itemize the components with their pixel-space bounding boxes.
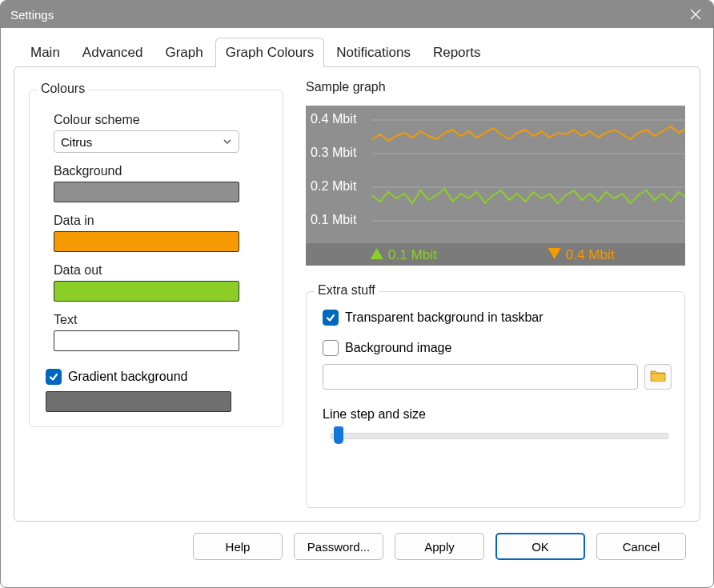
transparent-label: Transparent background in taskbar <box>345 310 544 325</box>
extra-group: Extra stuff Transparent background in ta… <box>306 291 685 508</box>
cancel-button[interactable]: Cancel <box>596 533 686 560</box>
extra-legend: Extra stuff <box>315 283 379 298</box>
slider-track <box>331 433 668 439</box>
bgimage-label: Background image <box>345 341 451 355</box>
text-swatch[interactable] <box>54 330 239 351</box>
tab-notifications[interactable]: Notifications <box>326 38 421 67</box>
data-in-label: Data in <box>54 214 270 228</box>
dialog-body: Main Advanced Graph Graph Colours Notifi… <box>1 28 713 587</box>
apply-button[interactable]: Apply <box>395 533 484 560</box>
sample-graph-title: Sample graph <box>306 80 685 94</box>
line-step-slider[interactable] <box>323 426 668 446</box>
data-in-swatch[interactable] <box>54 231 239 252</box>
close-icon[interactable] <box>688 6 704 22</box>
text-label: Text <box>54 313 270 327</box>
svg-rect-9 <box>306 243 685 266</box>
tab-advanced[interactable]: Advanced <box>72 38 154 67</box>
line-step-label: Line step and size <box>323 407 672 422</box>
bgimage-checkbox[interactable] <box>323 340 339 356</box>
tab-reports[interactable]: Reports <box>423 38 491 67</box>
svg-text:0.1 Mbit: 0.1 Mbit <box>311 212 357 226</box>
svg-text:0.1 Mbit: 0.1 Mbit <box>388 247 437 262</box>
colour-scheme-select[interactable]: Citrus <box>54 130 239 153</box>
slider-thumb[interactable] <box>334 426 343 444</box>
right-column: Sample graph 0.4 Mbit 0.3 Mbit 0.2 Mbit … <box>306 80 685 508</box>
tab-graph[interactable]: Graph <box>154 38 213 67</box>
gradient-label: Gradient background <box>68 370 187 384</box>
tab-panel: Colours Colour scheme Citrus Background <box>14 66 700 522</box>
tab-main[interactable]: Main <box>20 38 70 67</box>
colour-scheme-value: Citrus <box>61 135 92 149</box>
settings-window: Settings Main Advanced Graph Graph Colou… <box>0 0 714 588</box>
colours-column: Colours Colour scheme Citrus Background <box>29 80 283 508</box>
folder-icon <box>650 369 666 385</box>
tab-graph-colours[interactable]: Graph Colours <box>215 38 325 67</box>
svg-text:0.3 Mbit: 0.3 Mbit <box>311 145 357 159</box>
data-out-swatch[interactable] <box>54 281 239 302</box>
dialog-footer: Help Password... Apply OK Cancel <box>14 522 700 574</box>
transparent-checkbox[interactable] <box>323 310 339 326</box>
colours-legend: Colours <box>38 82 88 96</box>
ok-button[interactable]: OK <box>495 533 585 560</box>
data-out-label: Data out <box>54 263 270 278</box>
svg-text:0.2 Mbit: 0.2 Mbit <box>311 178 357 193</box>
svg-text:0.4 Mbit: 0.4 Mbit <box>566 247 615 262</box>
colour-scheme-label: Colour scheme <box>54 113 270 127</box>
tab-strip: Main Advanced Graph Graph Colours Notifi… <box>20 38 700 67</box>
bgimage-path-input[interactable] <box>323 364 638 390</box>
password-button[interactable]: Password... <box>294 533 383 560</box>
help-button[interactable]: Help <box>193 533 283 560</box>
gradient-swatch[interactable] <box>46 391 231 412</box>
colours-group: Colours Colour scheme Citrus Background <box>29 90 283 427</box>
chevron-down-icon <box>223 135 232 149</box>
svg-text:0.4 Mbit: 0.4 Mbit <box>311 111 357 126</box>
window-title: Settings <box>10 8 54 22</box>
background-swatch[interactable] <box>54 182 239 202</box>
sample-graph: 0.4 Mbit 0.3 Mbit 0.2 Mbit 0.1 Mbit 0.1 … <box>306 106 685 266</box>
gradient-checkbox[interactable] <box>46 369 62 385</box>
titlebar: Settings <box>1 1 713 28</box>
background-label: Background <box>54 164 270 178</box>
browse-button[interactable] <box>644 364 672 390</box>
